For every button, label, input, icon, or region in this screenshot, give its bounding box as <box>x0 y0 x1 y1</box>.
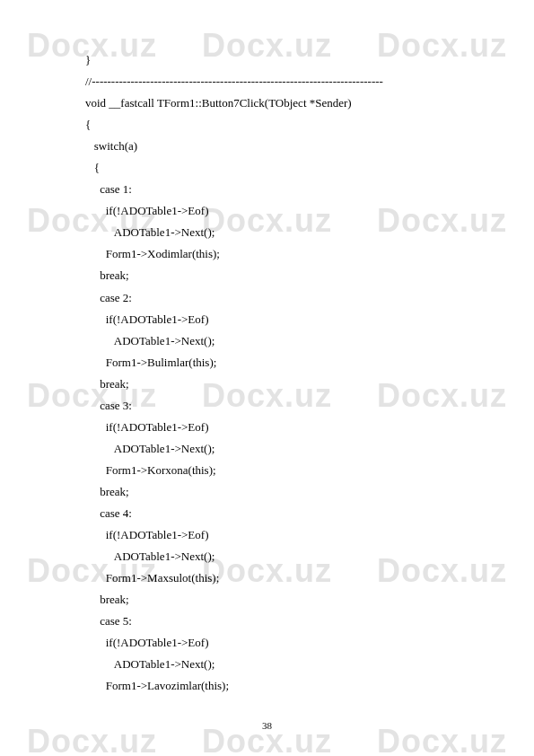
code-line: case 1: <box>85 179 471 200</box>
code-line: break; <box>85 481 471 503</box>
code-line: case 5: <box>85 611 471 632</box>
code-line: Form1->Bulimlar(this); <box>85 352 471 374</box>
code-line: Form1->Maxsulot(this); <box>85 567 471 589</box>
code-line: ADOTable1->Next(); <box>85 654 471 675</box>
code-line: if(!ADOTable1->Eof) <box>85 524 471 546</box>
code-line: ADOTable1->Next(); <box>85 222 471 243</box>
code-content: }//-------------------------------------… <box>0 0 534 715</box>
code-line: if(!ADOTable1->Eof) <box>85 417 471 438</box>
code-line: break; <box>85 374 471 395</box>
page-number: 38 <box>0 720 534 731</box>
code-line: if(!ADOTable1->Eof) <box>85 632 471 654</box>
code-line: case 4: <box>85 503 471 524</box>
code-line: } <box>85 49 471 71</box>
code-line: Form1->Xodimlar(this); <box>85 243 471 265</box>
code-line: case 3: <box>85 395 471 417</box>
code-line: { <box>85 114 471 136</box>
code-line: break; <box>85 265 471 286</box>
code-line: if(!ADOTable1->Eof) <box>85 309 471 330</box>
code-line: ADOTable1->Next(); <box>85 438 471 460</box>
code-line: { <box>85 157 471 179</box>
code-line: ADOTable1->Next(); <box>85 330 471 352</box>
code-line: if(!ADOTable1->Eof) <box>85 200 471 222</box>
code-line: case 2: <box>85 287 471 309</box>
code-line: //--------------------------------------… <box>85 71 471 92</box>
code-line: switch(a) <box>85 136 471 157</box>
code-line: void __fastcall TForm1::Button7Click(TOb… <box>85 92 471 114</box>
code-line: Form1->Lavozimlar(this); <box>85 675 471 697</box>
code-line: ADOTable1->Next(); <box>85 546 471 567</box>
code-line: break; <box>85 589 471 611</box>
code-line: Form1->Korxona(this); <box>85 460 471 481</box>
